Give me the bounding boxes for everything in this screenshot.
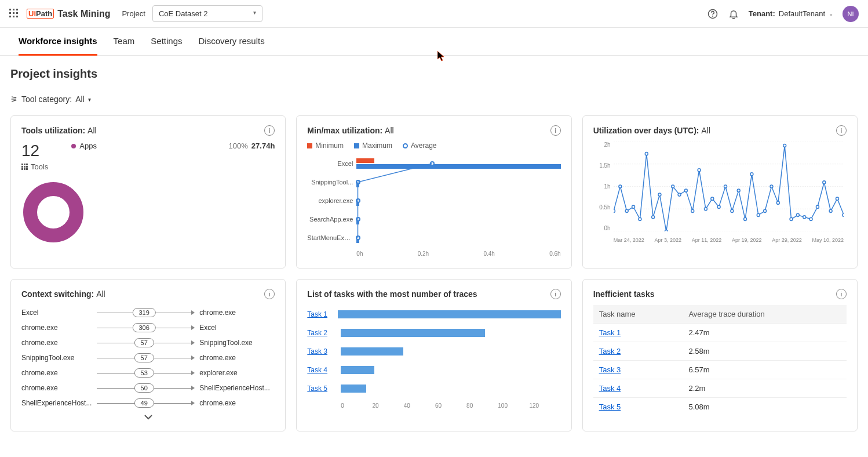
svg-point-50 <box>770 185 773 188</box>
svg-point-38 <box>691 209 694 212</box>
card-title: Tools utilization: All <box>21 126 97 135</box>
tab-workforce-insights[interactable]: Workforce insights <box>19 28 97 56</box>
arrow-right-icon <box>191 371 195 375</box>
avatar[interactable]: NI <box>843 6 859 22</box>
svg-point-31 <box>645 153 648 155</box>
expand-button[interactable] <box>21 413 275 422</box>
ctx-to: explorer.exe <box>199 369 275 377</box>
svg-rect-3 <box>9 12 11 14</box>
tools-count: 12 <box>21 142 48 160</box>
ctx-to: SnippingTool.exe <box>199 339 275 347</box>
svg-rect-12 <box>24 164 25 165</box>
minmax-label: Excel <box>307 160 356 167</box>
minmax-label: explorer.exe <box>307 197 356 204</box>
table-row: Task 4 2.2m <box>593 379 847 398</box>
duration-cell: 2.47m <box>683 324 847 342</box>
info-icon[interactable]: i <box>550 125 561 136</box>
task-link[interactable]: Task 5 <box>307 385 336 393</box>
svg-point-42 <box>717 205 720 208</box>
task-link[interactable]: Task 1 <box>307 310 333 318</box>
task-link[interactable]: Task 3 <box>599 365 621 374</box>
tenant-dropdown[interactable]: Tenant: DefaultTenant ⌄ <box>749 9 833 18</box>
arrow-right-icon <box>191 401 195 405</box>
info-icon[interactable]: i <box>264 289 275 299</box>
apps-grid-icon[interactable] <box>9 9 20 19</box>
svg-rect-19 <box>26 168 28 170</box>
info-icon[interactable]: i <box>264 125 275 136</box>
svg-point-60 <box>836 197 838 200</box>
ctx-to: chrome.exe <box>199 354 275 362</box>
tool-category-filter[interactable]: ⚞ Tool category: All ▾ <box>10 95 858 104</box>
task-link[interactable]: Task 5 <box>599 402 621 411</box>
help-icon[interactable] <box>707 8 719 20</box>
svg-point-52 <box>783 144 786 147</box>
task-bar <box>341 329 485 337</box>
topbar: UiPath Task Mining Project CoE Dataset 2… <box>0 0 868 28</box>
table-row: Task 5 5.08m <box>593 398 847 416</box>
main-tabs: Workforce insights Team Settings Discove… <box>0 28 868 56</box>
svg-point-54 <box>796 213 799 216</box>
project-select[interactable]: CoE Dataset 2 <box>152 5 262 22</box>
task-bar <box>341 366 374 374</box>
task-bar <box>341 385 366 393</box>
card-tools-utilization: Tools utilization: All i 12 Tools Apps <box>10 115 286 269</box>
card-title: Inefficient tasks <box>593 289 655 299</box>
tools-sublabel: Tools <box>21 162 48 171</box>
svg-rect-0 <box>9 9 11 10</box>
svg-point-10 <box>712 16 713 16</box>
card-title: List of tasks with the most number of tr… <box>307 289 477 299</box>
task-link[interactable]: Task 1 <box>599 328 621 337</box>
info-icon[interactable]: i <box>550 289 561 299</box>
card-utilization-days: Utilization over days (UTC): All i 2h1.5… <box>582 115 858 269</box>
tasks-bar-chart: Task 1 Task 2 Task 3 Task 4 Task 5 02040… <box>307 305 560 409</box>
info-icon[interactable]: i <box>836 125 847 136</box>
arrow-right-icon <box>191 325 195 330</box>
tab-settings[interactable]: Settings <box>151 28 182 55</box>
svg-rect-13 <box>26 164 28 165</box>
task-link[interactable]: Task 2 <box>599 347 621 356</box>
card-task-traces: List of tasks with the most number of tr… <box>296 279 571 431</box>
svg-rect-14 <box>21 166 23 168</box>
tools-summary: 100% 27.74h <box>229 142 275 150</box>
minmax-chart: ExcelSnippingTool...explorer.exeSearchAp… <box>307 154 560 259</box>
ctx-to: ShellExperienceHost... <box>199 384 275 392</box>
task-link[interactable]: Task 4 <box>307 366 336 374</box>
svg-rect-2 <box>16 9 18 10</box>
context-row: SnippingTool.exe 57 chrome.exe <box>21 350 275 365</box>
filter-icon: ⚞ <box>10 95 18 104</box>
card-title: Min/max utilization: All <box>307 126 393 135</box>
tab-discovery-results[interactable]: Discovery results <box>198 28 264 55</box>
svg-point-56 <box>809 217 812 220</box>
svg-point-43 <box>724 185 727 188</box>
svg-point-41 <box>710 197 713 200</box>
svg-point-46 <box>743 217 746 220</box>
svg-rect-1 <box>13 9 14 10</box>
chevron-down-icon: ▾ <box>88 96 91 103</box>
svg-point-28 <box>625 209 628 212</box>
tab-team[interactable]: Team <box>114 28 135 55</box>
svg-point-37 <box>684 189 687 192</box>
svg-point-51 <box>776 201 779 204</box>
logo[interactable]: UiPath Task Mining <box>27 9 110 19</box>
task-link[interactable]: Task 3 <box>307 347 336 356</box>
svg-point-55 <box>803 216 805 219</box>
bell-icon[interactable] <box>728 8 739 20</box>
grid-icon <box>21 164 28 171</box>
card-title: Context switching: All <box>21 289 105 299</box>
svg-rect-11 <box>21 164 23 165</box>
ctx-count: 319 <box>132 308 155 317</box>
legend-apps: Apps <box>71 142 97 150</box>
task-link[interactable]: Task 4 <box>599 384 621 393</box>
svg-point-44 <box>731 209 734 212</box>
project-selected-value: CoE Dataset 2 <box>159 9 208 18</box>
task-link[interactable]: Task 2 <box>307 329 336 337</box>
context-row: chrome.exe 306 Excel <box>21 320 275 335</box>
info-icon[interactable]: i <box>836 289 847 299</box>
minmax-legend: Minimum Maximum Average <box>307 142 560 150</box>
svg-rect-7 <box>13 16 14 17</box>
col-avg-duration: Average trace duration <box>683 305 847 324</box>
donut-chart <box>21 180 275 246</box>
util-line-chart: 2h1.5h1h0.5h0h Mar 24, 2022Apr 3, 2022Ap… <box>593 142 847 243</box>
svg-point-40 <box>704 208 707 211</box>
svg-point-49 <box>763 209 766 212</box>
